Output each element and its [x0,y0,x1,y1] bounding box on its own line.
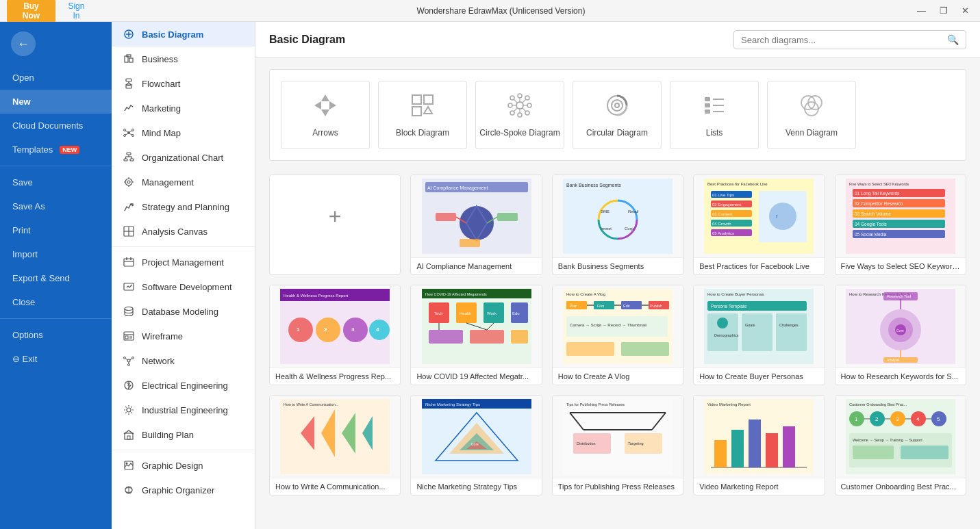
template-bank-business[interactable]: Bank Business Segments Retail Corp Inves… [552,175,683,275]
sidebar-item-export[interactable]: Export & Send [0,266,112,290]
template-health-wellness[interactable]: Health & Wellness Progress Report 1 2 3 … [269,285,401,385]
sidebar-item-cloud[interactable]: Cloud Documents [0,114,112,138]
sidebar-item-import[interactable]: Import [0,242,112,266]
niche-marketing-label: Niche Marketing Strategy Tips [411,478,541,495]
cat-orgchart[interactable]: Organizational Chart [112,145,255,170]
cat-graphic-organizer[interactable]: Graphic Organizer [112,478,255,502]
sidebar-item-save-as[interactable]: Save As [0,194,112,218]
cat-industrial[interactable]: Industrial Engineering [112,398,255,422]
cat-software-label: Software Development [142,282,232,292]
sidebar-item-exit[interactable]: ⊖ Exit [0,347,112,371]
cat-strategy[interactable]: Strategy and Planning [112,194,255,219]
diagram-type-venn[interactable]: Venn Diagram [767,81,856,149]
industrial-icon [123,404,135,416]
cat-business[interactable]: Business [112,47,255,71]
svg-rect-195 [742,313,772,351]
maximize-button[interactable]: ❐ [935,4,952,17]
close-button[interactable]: ✕ [957,4,973,17]
sidebar-item-open[interactable]: Open [0,66,112,90]
svg-line-50 [130,359,132,360]
svg-text:Edu: Edu [512,311,520,315]
cat-database[interactable]: Database Modeling [112,299,255,324]
svg-text:SME: SME [601,209,610,214]
sidebar-item-save[interactable]: Save [0,170,112,194]
cat-graphic-design-label: Graphic Design [142,461,203,471]
cat-building[interactable]: Building Plan [112,422,255,447]
cat-flowchart[interactable]: Flowchart [112,71,255,96]
template-press-releases[interactable]: Tips for Publishing Press Releases Distr… [552,395,683,495]
svg-point-54 [127,408,131,412]
svg-rect-67 [412,107,421,116]
svg-rect-65 [412,95,421,104]
template-buyer-personas[interactable]: How to Create Buyer Personas Persona Tem… [693,285,825,385]
back-button[interactable]: ← [11,31,36,56]
template-new[interactable]: + [269,175,401,275]
cat-management[interactable]: Management [112,170,255,194]
cat-graphic-design[interactable]: Graphic Design [112,453,255,478]
template-video-marketing[interactable]: Video Marketing Report Video Marketing R… [693,395,825,495]
buy-now-button[interactable]: Buy Now [7,0,55,23]
cat-basic-diagram[interactable]: Basic Diagram [112,22,255,47]
covid-thumb: How COVID-19 Affected Megatrends Tech He… [411,285,541,367]
svg-point-45 [127,359,130,362]
cat-marketing[interactable]: Marketing [112,96,255,120]
cat-mindmap[interactable]: Mind Map [112,120,255,145]
svg-point-25 [125,179,132,185]
cat-wireframe[interactable]: Wireframe [112,324,255,348]
sidebar-item-close[interactable]: Close [0,290,112,314]
circular-label: Circular Diagram [586,128,648,138]
sidebar-item-new[interactable]: New [0,90,112,114]
svg-marker-63 [314,101,321,109]
minimize-button[interactable]: — [913,4,930,17]
template-vlog[interactable]: How to Create A Vlog Plan Film Edit Pub [552,285,683,385]
diagram-type-block[interactable]: Block Diagram [378,81,467,149]
cat-analysis[interactable]: Analysis Canvas [112,219,255,244]
building-icon [123,428,135,441]
svg-text:How COVID-19 Affected Megatren: How COVID-19 Affected Megatrends [425,292,487,296]
diagram-type-lists[interactable]: Lists [670,81,759,149]
template-facebook-live[interactable]: Best Practices for Facebook Live 01 Live… [693,175,825,275]
template-communications[interactable]: How to Write A Communication... How to W… [269,395,401,495]
svg-rect-56 [127,436,130,439]
category-sidebar: Basic Diagram Business Flowchart Marketi… [112,22,255,529]
project-icon [123,256,135,268]
cat-divider-1 [112,246,255,247]
svg-point-70 [518,94,522,98]
svg-point-26 [127,181,130,183]
buyer-personas-thumb: How to Create Buyer Personas Persona Tem… [694,285,824,367]
vlog-thumb: How to Create A Vlog Plan Film Edit Pub [553,285,683,367]
marketing-icon [123,102,135,114]
template-customer-onboarding[interactable]: Customer Onboarding Best Prac... 1 2 3 4… [835,395,966,495]
diagram-type-circle-spoke[interactable]: Circle-Spoke Diagram [475,81,564,149]
cat-network[interactable]: Network [112,348,255,373]
svg-point-87 [612,100,623,111]
template-niche-marketing[interactable]: Niche Marketing Strategy Tips Core Niche… [410,395,542,495]
svg-marker-64 [329,101,336,109]
cat-software[interactable]: Software Development [112,274,255,299]
diagram-type-arrows[interactable]: Arrows [281,81,370,149]
cat-project[interactable]: Project Management [112,250,255,274]
signin-button[interactable]: Sign In [64,1,89,21]
svg-text:AI Compliance Management: AI Compliance Management [427,185,488,191]
template-seo-keywords[interactable]: Five Ways to Select SEO Keywords 01 Long… [835,175,966,275]
sidebar-item-templates[interactable]: Templates NEW [0,138,112,162]
sidebar-item-print[interactable]: Print [0,218,112,242]
diagram-type-circular[interactable]: Circular Diagram [573,81,662,149]
cat-electrical[interactable]: Electrical Engineering [112,373,255,398]
svg-rect-103 [436,213,456,221]
cat-marketing-label: Marketing [142,103,181,114]
business-icon [123,53,135,65]
svg-text:Research Tool: Research Tool [887,294,911,298]
svg-text:3: 3 [351,326,355,333]
svg-rect-262 [901,446,948,459]
template-keywords-research[interactable]: How to Research Keywords for S... Core R… [835,285,966,385]
ai-compliance-thumb: AI Compliance Management [411,175,541,257]
block-label: Block Diagram [396,128,449,138]
template-ai-compliance[interactable]: AI Compliance Management AI Compliance M… [410,175,542,275]
sidebar-item-options[interactable]: Options [0,323,112,347]
search-input[interactable] [741,35,947,45]
svg-rect-197 [776,313,807,351]
cat-basic-label: Basic Diagram [142,29,203,40]
basic-diagram-icon [123,28,135,40]
template-covid[interactable]: How COVID-19 Affected Megatrends Tech He… [410,285,542,385]
